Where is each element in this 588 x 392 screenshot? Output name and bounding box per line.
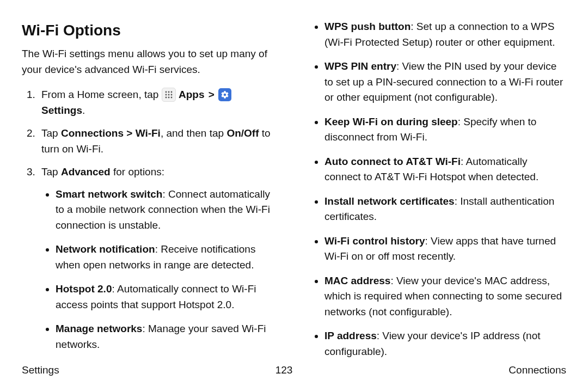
list-item: Wi-Fi control history: View apps that ha… [324,234,566,265]
list-item: Smart network switch: Connect automatica… [56,187,278,234]
svg-point-6 [165,97,167,99]
option-label: Wi-Fi control history [324,235,425,247]
list-item: WPS push button: Set up a connection to … [324,19,566,50]
list-item: MAC address: View your device's MAC addr… [324,273,566,320]
steps-list: From a Home screen, tap Apps > [22,87,278,352]
option-label: WPS PIN entry [324,60,396,72]
footer-right: Connections [509,363,566,378]
settings-label: Settings [41,105,82,116]
option-label: MAC address [324,275,390,286]
step-3: Tap Advanced for options: Smart network … [38,164,278,352]
intro-paragraph: The Wi-Fi settings menu allows you to se… [22,46,278,77]
page-footer: Settings 123 Connections [22,363,566,378]
step-1: From a Home screen, tap Apps > [38,87,278,118]
option-label: Manage networks [56,323,142,334]
option-label: Smart network switch [56,188,162,200]
document-page: Wi-Fi Options The Wi-Fi settings menu al… [0,0,588,392]
list-item: Install network certificates: Install au… [324,194,566,225]
step3-t2: for options: [111,166,164,177]
step2-connections: Connections [61,127,124,139]
list-item: IP address: View your device's IP addres… [324,328,566,359]
step2-wifi: Wi-Fi [136,127,161,139]
svg-point-8 [170,97,172,99]
step2-sep: > [124,127,136,139]
chevron-right-icon: > [207,89,216,100]
option-label: Auto connect to AT&T Wi-Fi [324,156,461,167]
svg-point-4 [168,94,169,96]
option-label: Keep Wi-Fi on during sleep [324,116,458,127]
list-item: WPS PIN entry: View the PIN used by your… [324,59,566,106]
step1-prefix: From a Home screen, tap [41,89,162,100]
options-list-left: Smart network switch: Connect automatica… [41,187,278,353]
apps-icon [162,88,176,102]
list-item: Network notification: Receive notificati… [56,242,278,273]
svg-point-5 [170,94,172,96]
svg-point-2 [170,91,172,93]
step2-t2: , and then tap [161,127,227,139]
options-list-right: WPS push button: Set up a connection to … [310,19,566,359]
apps-label: Apps [179,89,205,100]
list-item: Auto connect to AT&T Wi-Fi: Automaticall… [324,154,566,185]
page-number: 123 [275,363,293,378]
svg-point-1 [168,91,169,93]
footer-left: Settings [22,363,59,378]
svg-point-3 [165,94,167,96]
page-title: Wi-Fi Options [22,19,278,42]
option-label: IP address [324,330,377,341]
option-label: WPS push button [324,21,411,32]
step2-onoff: On/Off [226,127,259,139]
list-item: Keep Wi-Fi on during sleep: Specify when… [324,114,566,145]
right-column: WPS push button: Set up a connection to … [310,19,566,368]
list-item: Hotspot 2.0: Automatically connect to Wi… [56,281,278,313]
list-item: Manage networks: Manage your saved Wi-Fi… [56,321,278,352]
option-label: Hotspot 2.0 [56,283,112,295]
option-label: Install network certificates [324,195,455,207]
step-2: Tap Connections > Wi-Fi, and then tap On… [38,126,278,157]
step3-t1: Tap [41,166,61,177]
settings-icon [218,88,231,101]
step3-advanced: Advanced [61,166,111,177]
option-label: Network notification [56,243,155,255]
step1-suffix: . [82,105,85,116]
svg-point-7 [168,97,169,99]
step2-t1: Tap [41,127,61,139]
two-column-layout: Wi-Fi Options The Wi-Fi settings menu al… [22,19,566,368]
svg-point-0 [165,91,167,93]
left-column: Wi-Fi Options The Wi-Fi settings menu al… [22,19,278,368]
